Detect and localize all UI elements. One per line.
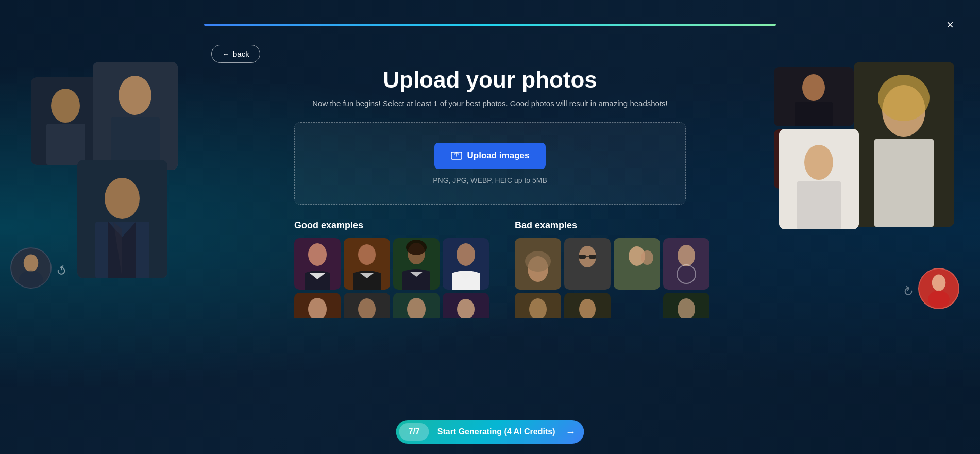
- svg-point-58: [678, 245, 695, 266]
- generate-arrow-icon: →: [561, 426, 581, 438]
- page-subtitle: Now the fun begins! Select at least 1 of…: [312, 99, 668, 108]
- bad-example-3: [614, 238, 660, 290]
- good-examples-group: Good examples: [294, 220, 489, 318]
- upload-hint: PNG, JPG, WEBP, HEIC up to 5MB: [433, 176, 547, 184]
- good-example-7: [393, 293, 440, 318]
- svg-point-35: [406, 240, 427, 255]
- good-examples-grid: [294, 238, 489, 290]
- main-content: Upload your photos Now the fun begins! S…: [0, 0, 980, 454]
- bad-example-1: [515, 238, 561, 290]
- good-example-6: [344, 293, 390, 318]
- upload-button-label: Upload images: [467, 150, 530, 161]
- good-example-5: [294, 293, 341, 318]
- bad-examples-row2: [515, 293, 709, 318]
- svg-point-48: [525, 251, 551, 272]
- bad-example-6: [564, 293, 611, 318]
- bad-example-2: [564, 238, 611, 290]
- upload-dropzone[interactable]: Upload images PNG, JPG, WEBP, HEIC up to…: [294, 122, 686, 205]
- good-example-2: [344, 238, 390, 290]
- good-example-3: [393, 238, 440, 290]
- bad-examples-group: Bad examples: [515, 220, 709, 318]
- back-label: back: [233, 49, 249, 58]
- good-example-8: [443, 293, 489, 318]
- bad-example-7: [663, 293, 709, 318]
- generate-bar[interactable]: 7/7 Start Generating (4 AI Credits) →: [396, 420, 584, 444]
- page-title: Upload your photos: [383, 67, 597, 93]
- progress-badge: 7/7: [399, 423, 429, 441]
- upload-images-button[interactable]: Upload images: [434, 143, 546, 169]
- good-example-1: [294, 238, 341, 290]
- bad-examples-grid: [515, 238, 709, 290]
- svg-rect-52: [589, 255, 596, 259]
- generate-label: Start Generating (4 AI Credits): [432, 423, 561, 441]
- bad-example-4: [663, 238, 709, 290]
- back-button[interactable]: ← back: [211, 45, 260, 63]
- bad-examples-title: Bad examples: [515, 220, 709, 231]
- svg-point-30: [308, 243, 327, 266]
- close-button[interactable]: ×: [941, 15, 959, 34]
- progress-bar: [204, 24, 776, 26]
- upload-icon: [451, 149, 462, 162]
- svg-rect-51: [579, 255, 586, 259]
- svg-point-32: [358, 244, 376, 265]
- back-arrow-icon: ←: [222, 49, 230, 58]
- good-example-4: [443, 238, 489, 290]
- svg-point-56: [641, 250, 653, 265]
- good-examples-row2: [294, 293, 489, 318]
- bad-example-5: [515, 293, 561, 318]
- svg-point-37: [457, 243, 475, 266]
- examples-section: Good examples: [294, 220, 686, 318]
- good-examples-title: Good examples: [294, 220, 489, 231]
